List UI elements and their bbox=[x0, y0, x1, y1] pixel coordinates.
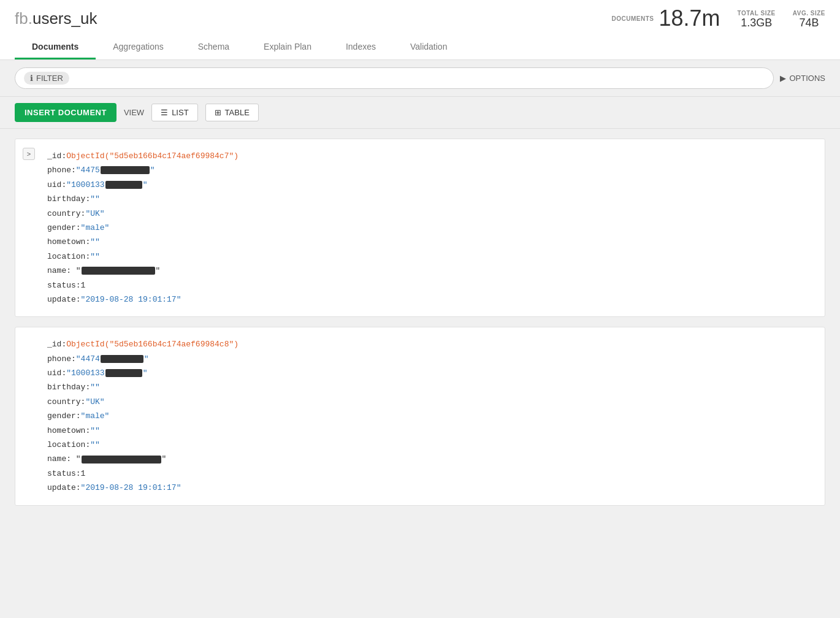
field-birthday: birthday: "" bbox=[47, 192, 812, 206]
filter-bar: ℹ FILTER bbox=[15, 67, 774, 89]
field-phone: phone: "4474" bbox=[47, 352, 812, 366]
filter-toolbar: ℹ FILTER ▶ OPTIONS bbox=[0, 60, 840, 97]
field-uid: uid: "1000133" bbox=[47, 178, 812, 192]
field-hometown: hometown: "" bbox=[47, 235, 812, 249]
tab-validation[interactable]: Validation bbox=[393, 36, 464, 59]
field-status: status: 1 bbox=[47, 467, 812, 481]
stats-area: DOCUMENTS 18.7m TOTAL SIZE 1.3GB AVG. SI… bbox=[612, 7, 825, 29]
options-right: ▶ OPTIONS bbox=[780, 74, 825, 83]
field-birthday: birthday: "" bbox=[47, 380, 812, 394]
field-uid: uid: "1000133" bbox=[47, 366, 812, 380]
documents-value: 18.7m bbox=[659, 7, 720, 29]
field-name: name: "" bbox=[47, 452, 812, 466]
field-name: name: "" bbox=[47, 264, 812, 278]
field-status: status: 1 bbox=[47, 278, 812, 292]
collection-name: users_uk bbox=[32, 9, 97, 28]
field-update: update: "2019-08-28 19:01:17" bbox=[47, 481, 812, 495]
field-gender: gender: "male" bbox=[47, 409, 812, 423]
field-gender: gender: "male" bbox=[47, 221, 812, 235]
options-label: OPTIONS bbox=[789, 74, 825, 83]
header-top: fb.users_uk DOCUMENTS 18.7m TOTAL SIZE 1… bbox=[15, 7, 825, 36]
collection-title: fb.users_uk bbox=[15, 9, 97, 28]
total-size-label: TOTAL SIZE bbox=[738, 10, 776, 17]
options-button[interactable]: ▶ OPTIONS bbox=[780, 74, 825, 83]
redacted-uid bbox=[105, 369, 142, 377]
table-icon: ⊞ bbox=[215, 108, 221, 117]
redacted-name bbox=[82, 267, 155, 275]
filter-button[interactable]: ℹ FILTER bbox=[24, 72, 69, 85]
table-label: TABLE bbox=[225, 108, 250, 117]
total-size-stat: TOTAL SIZE 1.3GB bbox=[738, 10, 776, 29]
view-label: VIEW bbox=[124, 108, 144, 117]
redacted-phone bbox=[101, 166, 150, 174]
insert-document-button[interactable]: INSERT DOCUMENT bbox=[15, 103, 116, 122]
documents-area: > _id: ObjectId("5d5eb166b4c174aef69984c… bbox=[0, 129, 840, 516]
tab-explain-plan[interactable]: Explain Plan bbox=[246, 36, 329, 59]
document-card: _id: ObjectId("5d5eb166b4c174aef69984c8"… bbox=[15, 327, 825, 505]
list-icon: ☰ bbox=[161, 108, 168, 117]
field-location: location: "" bbox=[47, 250, 812, 264]
redacted-uid bbox=[105, 181, 142, 189]
avg-size-value: 74B bbox=[799, 17, 819, 29]
list-label: LIST bbox=[172, 108, 188, 117]
documents-label: DOCUMENTS bbox=[612, 15, 654, 22]
field-country: country: "UK" bbox=[47, 395, 812, 409]
field-country: country: "UK" bbox=[47, 207, 812, 221]
redacted-name bbox=[82, 456, 161, 464]
table-view-button[interactable]: ⊞ TABLE bbox=[205, 104, 259, 121]
field-id: _id: ObjectId("5d5eb166b4c174aef69984c7"… bbox=[47, 149, 812, 163]
filter-input[interactable] bbox=[74, 74, 765, 83]
total-size-value: 1.3GB bbox=[741, 17, 772, 29]
document-content: _id: ObjectId("5d5eb166b4c174aef69984c8"… bbox=[47, 337, 812, 495]
field-location: location: "" bbox=[47, 438, 812, 452]
field-hometown: hometown: "" bbox=[47, 424, 812, 438]
filter-label: FILTER bbox=[36, 74, 63, 83]
action-bar: INSERT DOCUMENT VIEW ☰ LIST ⊞ TABLE bbox=[0, 97, 840, 129]
redacted-phone bbox=[101, 355, 143, 363]
nav-tabs: Documents Aggregations Schema Explain Pl… bbox=[15, 36, 825, 59]
avg-size-stat: AVG. SIZE 74B bbox=[793, 10, 825, 29]
filter-row: ℹ FILTER ▶ OPTIONS bbox=[15, 67, 825, 89]
field-update: update: "2019-08-28 19:01:17" bbox=[47, 292, 812, 307]
field-id: _id: ObjectId("5d5eb166b4c174aef69984c8"… bbox=[47, 337, 812, 351]
avg-size-label: AVG. SIZE bbox=[793, 10, 825, 17]
tab-aggregations[interactable]: Aggregations bbox=[96, 36, 181, 59]
document-content: _id: ObjectId("5d5eb166b4c174aef69984c7"… bbox=[47, 149, 812, 307]
expand-button[interactable]: > bbox=[23, 148, 35, 160]
header: fb.users_uk DOCUMENTS 18.7m TOTAL SIZE 1… bbox=[0, 0, 840, 60]
collection-prefix: fb. bbox=[15, 9, 32, 28]
list-view-button[interactable]: ☰ LIST bbox=[151, 104, 197, 121]
documents-stat: DOCUMENTS 18.7m bbox=[612, 7, 720, 29]
tab-documents[interactable]: Documents bbox=[15, 36, 96, 59]
document-card: > _id: ObjectId("5d5eb166b4c174aef69984c… bbox=[15, 139, 825, 317]
arrow-right-icon: ▶ bbox=[780, 74, 786, 83]
field-phone: phone: "4475" bbox=[47, 163, 812, 177]
tab-indexes[interactable]: Indexes bbox=[329, 36, 393, 59]
tab-schema[interactable]: Schema bbox=[181, 36, 246, 59]
info-icon: ℹ bbox=[30, 74, 33, 83]
